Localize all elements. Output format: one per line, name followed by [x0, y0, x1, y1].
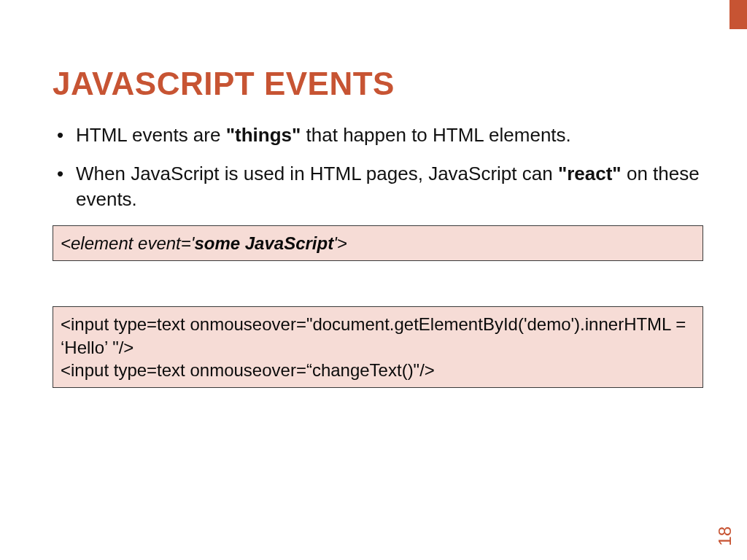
code-line-1: <input type=text onmouseover="document.g…	[61, 313, 695, 358]
text-fragment: HTML events are	[76, 124, 226, 146]
bullet-item-2: When JavaScript is used in HTML pages, J…	[53, 161, 703, 212]
slide-body: JAVASCRIPT EVENTS HTML events are "thing…	[0, 0, 747, 560]
code-fragment: <	[61, 233, 71, 253]
text-bold: "things"	[226, 124, 301, 146]
code-bold-fragment: some JavaScript	[194, 233, 333, 253]
text-bold: "react"	[558, 163, 622, 184]
text-fragment: When JavaScript is used in HTML pages, J…	[76, 163, 558, 184]
syntax-box: <element event='some JavaScript'>	[53, 225, 703, 261]
slide-title: JAVASCRIPT EVENTS	[53, 66, 703, 102]
code-fragment: element	[71, 233, 133, 253]
page-number: 18	[715, 526, 735, 546]
code-line-2: <input type=text onmouseover=“changeText…	[61, 359, 695, 381]
code-fragment: event	[138, 233, 181, 253]
code-fragment: >	[337, 233, 347, 253]
text-fragment: that happen to HTML elements.	[301, 124, 570, 146]
example-box: <input type=text onmouseover="document.g…	[53, 306, 703, 388]
bullet-item-1: HTML events are "things" that happen to …	[53, 122, 703, 148]
code-fragment: =	[181, 233, 191, 253]
bullet-list: HTML events are "things" that happen to …	[53, 122, 703, 212]
